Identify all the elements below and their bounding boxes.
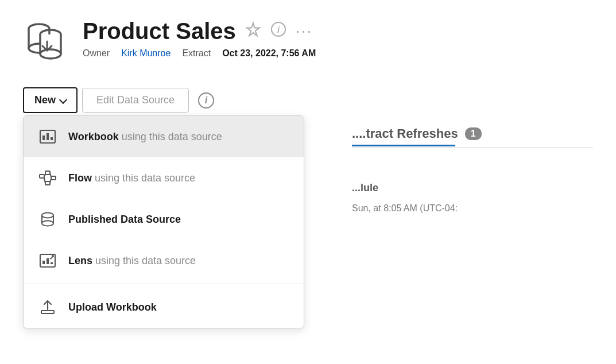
svg-point-33 [52, 255, 54, 257]
upload-workbook-item-text: Upload Workbook [68, 301, 157, 313]
owner-link[interactable]: Kirk Munroe [121, 48, 171, 59]
svg-rect-31 [47, 258, 49, 264]
lens-bold-label: Lens [68, 255, 92, 266]
svg-rect-16 [51, 137, 53, 140]
svg-point-25 [42, 213, 53, 218]
dropdown-item-workbook[interactable]: Workbook using this data source [24, 116, 304, 157]
svg-line-23 [50, 173, 51, 177]
published-datasource-item-text: Published Data Source [68, 214, 181, 226]
more-icon[interactable]: ··· [296, 22, 312, 40]
flow-item-text: Flow using this data source [68, 172, 195, 184]
toolbar: New Edit Data Source i [23, 87, 593, 113]
svg-point-28 [42, 221, 53, 226]
owner-label: Owner [83, 48, 110, 59]
lens-item-text: Lens using this data source [68, 255, 196, 267]
right-section-badge: 1 [465, 127, 482, 140]
header-content: Product Sales i ··· Owner [83, 18, 316, 59]
edit-button-label: Edit Data Source [96, 94, 175, 106]
dropdown-item-published-datasource[interactable]: Published Data Source [24, 199, 304, 240]
page-header: Product Sales i ··· Owner [23, 18, 593, 64]
dropdown-item-upload-workbook[interactable]: Upload Workbook [24, 286, 304, 328]
right-panel: ....tract Refreshes 1 ...lule Sun, at 8:… [352, 126, 593, 214]
svg-rect-30 [42, 261, 45, 264]
published-datasource-bold-label: Published Data Source [68, 214, 181, 225]
right-section-title-text: ....tract Refreshes [352, 126, 458, 141]
new-button[interactable]: New [23, 87, 78, 113]
extract-date: Oct 23, 2022, 7:56 AM [222, 48, 316, 59]
page-title: Product Sales [83, 18, 236, 44]
workbook-icon [37, 126, 58, 147]
upload-workbook-bold-label: Upload Workbook [68, 301, 157, 313]
new-button-label: New [34, 94, 56, 106]
svg-rect-17 [40, 175, 44, 178]
chevron-down-icon [59, 95, 67, 103]
svg-rect-18 [45, 171, 50, 175]
new-dropdown-menu: Workbook using this data source [23, 115, 304, 328]
svg-rect-15 [47, 133, 49, 140]
workbook-item-text: Workbook using this data source [68, 131, 222, 143]
upload-icon [37, 297, 58, 317]
flow-bold-label: Flow [68, 172, 92, 184]
dropdown-divider [24, 284, 304, 284]
flow-icon [37, 168, 58, 188]
svg-line-24 [50, 179, 51, 183]
dropdown-item-flow[interactable]: Flow using this data source [24, 157, 304, 199]
svg-rect-20 [51, 176, 56, 180]
tab-underline [352, 145, 455, 146]
extract-label: Extract [182, 48, 211, 59]
svg-rect-14 [42, 135, 45, 140]
lens-light-label: using this data source [92, 255, 196, 266]
flow-light-label: using this data source [92, 172, 195, 184]
star-icon[interactable] [245, 21, 261, 41]
workbook-light-label: using this data source [119, 131, 222, 142]
lens-icon [37, 250, 58, 271]
right-section-title: ....tract Refreshes 1 [352, 126, 593, 141]
tab-divider [352, 147, 593, 148]
datasource-icon [23, 18, 69, 64]
info-icon[interactable]: i [270, 21, 286, 41]
svg-rect-19 [45, 181, 50, 185]
right-schedule-detail: Sun, at 8:05 AM (UTC-04: [352, 203, 593, 214]
toolbar-info-icon[interactable]: i [198, 92, 214, 109]
svg-rect-32 [51, 262, 53, 264]
published-datasource-icon [37, 209, 58, 230]
svg-rect-34 [41, 311, 54, 313]
dropdown-item-lens[interactable]: Lens using this data source [24, 240, 304, 281]
right-schedule-label: ...lule [352, 182, 593, 194]
meta-row: Owner Kirk Munroe Extract Oct 23, 2022, … [83, 48, 316, 59]
svg-line-22 [44, 178, 45, 183]
svg-text:i: i [277, 25, 280, 34]
edit-data-source-button[interactable]: Edit Data Source [82, 88, 189, 113]
workbook-bold-label: Workbook [68, 131, 119, 142]
title-row: Product Sales i ··· [83, 18, 316, 44]
